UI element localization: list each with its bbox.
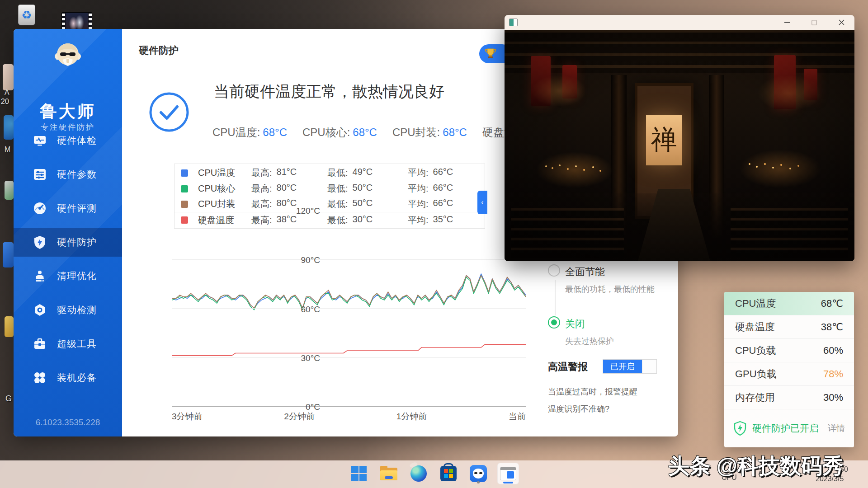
legend-avg-value: 66°C (433, 198, 453, 210)
protection-status-text: 硬件防护已开启 (752, 422, 828, 435)
ludashi-taskbar-button[interactable] (467, 463, 489, 484)
desktop-icon-label: G (5, 394, 12, 404)
sidebar-item-super-tools[interactable]: 超级工具 (14, 329, 122, 358)
close-button[interactable] (835, 17, 848, 28)
sidebar-item-label: 驱动检测 (57, 304, 97, 316)
widget-row-gpu-load: GPU负载 78% (724, 362, 854, 386)
game-scene: 禅 (505, 30, 854, 261)
legend-max-value: 81°C (277, 167, 297, 179)
legend-col-label: 平均: (408, 183, 429, 195)
legend-col-label: 最低: (327, 183, 348, 195)
legend-avg-value: 66°C (433, 183, 453, 195)
sidebar-item-driver-check[interactable]: 驱动检测 (14, 296, 122, 324)
microsoft-store-button[interactable] (438, 463, 459, 484)
sidebar-item-hardware-benchmark[interactable]: 硬件评测 (14, 194, 122, 223)
x-axis-labels: 3分钟前 2分钟前 1分钟前 当前 (172, 411, 526, 422)
sidebar: 鲁大师 专注硬件防护 硬件体检 硬件参数 硬件评测 硬件防护 清理优化 (14, 29, 122, 436)
channel-watermark: 头条 @科技数码秀 (668, 452, 844, 480)
gauge-icon (33, 201, 47, 216)
sidebar-item-hardware-check[interactable]: 硬件体检 (14, 126, 122, 155)
metric-label: CPU温度: (212, 126, 260, 138)
widget-label: CPU温度 (735, 297, 776, 310)
desktop-icon-label: 20 (1, 98, 9, 106)
desktop-icon-fragment[interactable] (3, 242, 14, 267)
legend-series-name: CPU封装 (198, 198, 251, 210)
legend-col-label: 最低: (327, 167, 348, 179)
sidebar-item-hardware-params[interactable]: 硬件参数 (14, 160, 122, 189)
maximize-button[interactable] (807, 17, 821, 28)
desktop-icon-fragment[interactable] (4, 115, 14, 140)
sidebar-item-cleanup[interactable]: 清理优化 (14, 262, 122, 291)
widget-row-cpu-temp: CPU温度 68℃ (724, 292, 854, 315)
legend-swatch (181, 185, 188, 192)
metric-value: 68°C (443, 126, 467, 138)
sidebar-item-label: 超级工具 (57, 338, 97, 350)
desktop-icon-label: A (5, 89, 9, 97)
alarm-description: 当温度过高时，报警提醒 (548, 386, 637, 397)
start-button[interactable] (348, 463, 370, 484)
desktop-icon-fragment[interactable] (5, 181, 14, 200)
shield-check-icon (733, 421, 747, 436)
file-explorer-button[interactable] (378, 463, 400, 484)
shield-bolt-icon (33, 235, 47, 249)
minimize-button[interactable] (780, 17, 794, 28)
status-ok-icon (148, 91, 190, 135)
sidebar-item-label: 装机必备 (57, 371, 97, 384)
legend-col-label: 最高: (251, 167, 272, 179)
widget-value: 30% (823, 392, 843, 404)
app-logo-title: 鲁大师 (14, 100, 122, 123)
sidebar-item-hardware-protection[interactable]: 硬件防护 (14, 228, 122, 257)
widget-value: 78% (823, 368, 843, 380)
nut-icon (33, 303, 47, 317)
sidebar-item-label: 硬件体检 (57, 134, 97, 147)
details-link[interactable]: 详情 (828, 422, 845, 434)
desktop-icon-fragment[interactable] (3, 64, 14, 90)
widget-label: CPU负载 (735, 344, 776, 357)
legend-col-label: 最低: (327, 198, 348, 210)
gridline (172, 308, 526, 309)
radio-full-powersave[interactable] (548, 264, 560, 277)
desktop: ♻ A 20 M G 鲁大师 专注硬件防护 (0, 0, 868, 488)
active-indicator (503, 482, 513, 483)
legend-col-label: 平均: (408, 198, 429, 210)
temp-monitor-widget[interactable]: CPU温度 68℃ 硬盘温度 38℃ CPU负载 60% GPU负载 78% 内… (724, 292, 854, 447)
temp-inaccurate-link[interactable]: 温度识别不准确? (548, 404, 609, 414)
game-window-titlebar[interactable] (505, 15, 854, 30)
page-title: 硬件防护 (139, 44, 179, 57)
toggle-knob (642, 360, 656, 373)
widget-label: 内存使用 (735, 391, 775, 404)
widget-footer: 硬件防护已开启 详情 (724, 409, 854, 447)
option-subtitle: 最低的功耗，最低的性能 (565, 284, 655, 295)
x-tick: 当前 (509, 411, 526, 422)
legend-col-label: 最高: (251, 198, 272, 210)
legend-row: CPU核心 最高:80°C 最低:50°C 平均:66°C (175, 181, 485, 197)
metric-label: CPU封装: (392, 126, 440, 138)
y-tick: 90°C (288, 255, 320, 265)
widget-value: 60% (823, 345, 843, 357)
recycle-bin-icon[interactable]: ♻ (18, 5, 35, 25)
status-headline: 当前硬件温度正常，散热情况良好 (214, 81, 444, 102)
sidebar-item-label: 硬件防护 (57, 236, 97, 249)
legend-min-value: 50°C (353, 183, 373, 195)
running-indicator (477, 481, 480, 483)
clover-dots-icon (33, 371, 47, 385)
desktop-icon-label: M (5, 145, 10, 154)
gridline (172, 259, 526, 260)
widget-label: GPU负载 (735, 367, 777, 381)
active-window-button[interactable] (497, 463, 519, 484)
desktop-icon-fragment[interactable] (5, 316, 14, 337)
option-title: 关闭 (565, 317, 585, 331)
monitor-pulse-icon (33, 133, 47, 148)
temperature-chart (172, 210, 526, 407)
sliders-icon (33, 167, 47, 182)
y-tick: 60°C (288, 305, 320, 314)
high-temp-alarm-toggle[interactable]: 已开启 (603, 359, 657, 374)
radio-protection-off[interactable] (548, 316, 560, 328)
game-app-icon (509, 19, 518, 26)
toolbox-icon (33, 337, 47, 351)
x-tick: 2分钟前 (284, 411, 315, 422)
sidebar-item-essentials[interactable]: 装机必备 (14, 363, 122, 392)
game-window: 禅 (505, 15, 854, 261)
legend-row: CPU封装 最高:80°C 最低:50°C 平均:66°C (175, 196, 485, 212)
edge-browser-button[interactable] (408, 463, 429, 484)
